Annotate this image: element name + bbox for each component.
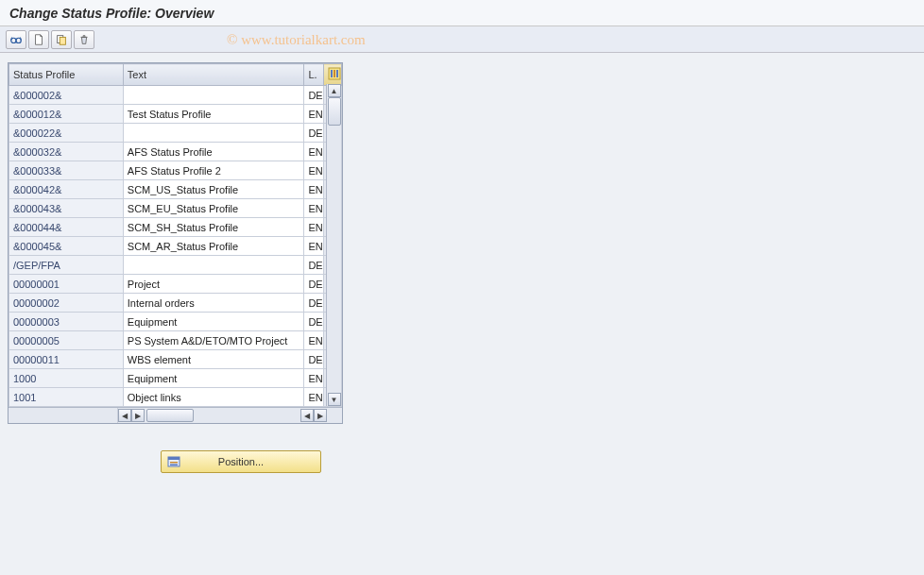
svg-rect-10 bbox=[170, 462, 178, 464]
table-row[interactable]: &000042&SCM_US_Status ProfileEN bbox=[9, 180, 342, 199]
table-row[interactable]: &000033&AFS Status Profile 2EN bbox=[9, 161, 342, 180]
table-row[interactable]: 1001Object linksEN bbox=[9, 388, 342, 407]
hscroll-fixed-spacer bbox=[9, 408, 118, 423]
text-cell[interactable]: Test Status Profile bbox=[123, 105, 304, 124]
lang-cell[interactable]: EN bbox=[304, 237, 324, 256]
column-header-text[interactable]: Text bbox=[123, 64, 304, 86]
scroll-down-button[interactable]: ▼ bbox=[328, 393, 341, 406]
table-row[interactable]: &000032&AFS Status ProfileEN bbox=[9, 143, 342, 161]
details-button[interactable] bbox=[6, 30, 26, 49]
profile-cell[interactable]: /GEP/FPA bbox=[9, 256, 124, 275]
profile-cell[interactable]: 00000001 bbox=[9, 275, 124, 294]
content-area: Status Profile Text L. &000002&DE&000012… bbox=[0, 53, 924, 482]
text-cell[interactable] bbox=[123, 86, 304, 105]
scroll-up-button[interactable]: ▲ bbox=[328, 84, 341, 97]
status-profile-table[interactable]: Status Profile Text L. &000002&DE&000012… bbox=[9, 63, 342, 407]
profile-cell[interactable]: &000022& bbox=[9, 124, 124, 143]
table-row[interactable]: 00000001ProjectDE bbox=[9, 275, 342, 294]
lang-cell[interactable]: EN bbox=[304, 331, 324, 350]
scroll-thumb[interactable] bbox=[328, 97, 341, 126]
profile-cell[interactable]: 00000003 bbox=[9, 313, 124, 331]
table-row[interactable]: &000045&SCM_AR_Status ProfileEN bbox=[9, 237, 342, 256]
svg-point-1 bbox=[16, 38, 21, 42]
table-row[interactable]: &000043&SCM_EU_Status ProfileEN bbox=[9, 199, 342, 218]
page-icon bbox=[32, 33, 45, 46]
profile-cell[interactable]: 1001 bbox=[9, 388, 124, 407]
text-cell[interactable]: Equipment bbox=[123, 313, 304, 331]
lang-cell[interactable]: EN bbox=[304, 161, 324, 180]
svg-rect-7 bbox=[336, 70, 338, 77]
svg-rect-3 bbox=[60, 37, 65, 44]
text-cell[interactable]: Equipment bbox=[123, 369, 304, 388]
profile-cell[interactable]: &000012& bbox=[9, 105, 124, 124]
table-row[interactable]: /GEP/FPADE bbox=[9, 256, 342, 275]
hscroll-left-button[interactable]: ◀ bbox=[118, 409, 131, 422]
text-cell[interactable]: PS System A&D/ETO/MTO Project bbox=[123, 331, 304, 350]
lang-cell[interactable]: DE bbox=[304, 350, 324, 369]
text-cell[interactable]: Project bbox=[123, 275, 304, 294]
profile-cell[interactable]: &000045& bbox=[9, 237, 124, 256]
text-cell[interactable] bbox=[123, 256, 304, 275]
profile-cell[interactable]: 00000005 bbox=[9, 331, 124, 350]
profile-cell[interactable]: &000042& bbox=[9, 180, 124, 199]
column-header-profile[interactable]: Status Profile bbox=[9, 64, 124, 86]
hscroll-track[interactable] bbox=[145, 408, 300, 423]
profile-cell[interactable]: &000044& bbox=[9, 218, 124, 237]
text-cell[interactable]: SCM_EU_Status Profile bbox=[123, 199, 304, 218]
vertical-scrollbar[interactable]: ▲ ▼ bbox=[326, 84, 341, 406]
profile-cell[interactable]: &000043& bbox=[9, 199, 124, 218]
lang-cell[interactable]: DE bbox=[304, 86, 324, 105]
profile-cell[interactable]: &000032& bbox=[9, 143, 124, 161]
profile-cell[interactable]: 00000002 bbox=[9, 294, 124, 313]
text-cell[interactable]: SCM_US_Status Profile bbox=[123, 180, 304, 199]
lang-cell[interactable]: DE bbox=[304, 275, 324, 294]
text-cell[interactable]: Internal orders bbox=[123, 294, 304, 313]
text-cell[interactable]: SCM_AR_Status Profile bbox=[123, 237, 304, 256]
table-row[interactable]: &000044&SCM_SH_Status ProfileEN bbox=[9, 218, 342, 237]
lang-cell[interactable]: DE bbox=[304, 313, 324, 331]
table-row[interactable]: &000022&DE bbox=[9, 124, 342, 143]
hscroll-thumb[interactable] bbox=[146, 409, 194, 422]
table-row[interactable]: &000002&DE bbox=[9, 86, 342, 105]
profile-cell[interactable]: 1000 bbox=[9, 369, 124, 388]
profile-cell[interactable]: &000002& bbox=[9, 86, 124, 105]
hscroll-right-end-button[interactable]: ▶ bbox=[314, 409, 327, 422]
hscroll-left-end-button[interactable]: ◀ bbox=[300, 409, 314, 422]
lang-cell[interactable]: EN bbox=[304, 105, 324, 124]
lang-cell[interactable]: DE bbox=[304, 294, 324, 313]
copy-as-button[interactable] bbox=[51, 30, 72, 49]
scroll-track[interactable] bbox=[328, 97, 341, 393]
profile-cell[interactable]: 00000011 bbox=[9, 350, 124, 369]
table-body: &000002&DE&000012&Test Status ProfileEN&… bbox=[9, 86, 342, 407]
column-config-button[interactable] bbox=[324, 64, 342, 86]
delete-button[interactable] bbox=[74, 30, 94, 49]
table-row[interactable]: 00000011WBS elementDE bbox=[9, 350, 342, 369]
text-cell[interactable]: AFS Status Profile bbox=[123, 143, 304, 161]
table-row[interactable]: 1000EquipmentEN bbox=[9, 369, 342, 388]
text-cell[interactable]: WBS element bbox=[123, 350, 304, 369]
lang-cell[interactable]: EN bbox=[304, 369, 324, 388]
position-button[interactable]: Position... bbox=[161, 450, 321, 473]
lang-cell[interactable]: EN bbox=[304, 388, 324, 407]
lang-cell[interactable]: EN bbox=[304, 218, 324, 237]
table-row[interactable]: 00000003EquipmentDE bbox=[9, 313, 342, 331]
profile-cell[interactable]: &000033& bbox=[9, 161, 124, 180]
new-entries-button[interactable] bbox=[28, 30, 49, 49]
lang-cell[interactable]: EN bbox=[304, 143, 324, 161]
hscroll-right-step-button[interactable]: ▶ bbox=[131, 409, 145, 422]
lang-cell[interactable]: EN bbox=[304, 180, 324, 199]
svg-rect-11 bbox=[170, 465, 178, 466]
text-cell[interactable]: AFS Status Profile 2 bbox=[123, 161, 304, 180]
table-row[interactable]: &000012&Test Status ProfileEN bbox=[9, 105, 342, 124]
table-row[interactable]: 00000005PS System A&D/ETO/MTO ProjectEN bbox=[9, 331, 342, 350]
status-profile-table-container: Status Profile Text L. &000002&DE&000012… bbox=[8, 62, 343, 424]
table-row[interactable]: 00000002Internal ordersDE bbox=[9, 294, 342, 313]
horizontal-scrollbar[interactable]: ◀ ▶ ◀ ▶ bbox=[9, 407, 342, 423]
text-cell[interactable] bbox=[123, 124, 304, 143]
text-cell[interactable]: SCM_SH_Status Profile bbox=[123, 218, 304, 237]
lang-cell[interactable]: DE bbox=[304, 256, 324, 275]
lang-cell[interactable]: DE bbox=[304, 124, 324, 143]
column-header-lang[interactable]: L. bbox=[304, 64, 324, 86]
lang-cell[interactable]: EN bbox=[304, 199, 324, 218]
text-cell[interactable]: Object links bbox=[123, 388, 304, 407]
